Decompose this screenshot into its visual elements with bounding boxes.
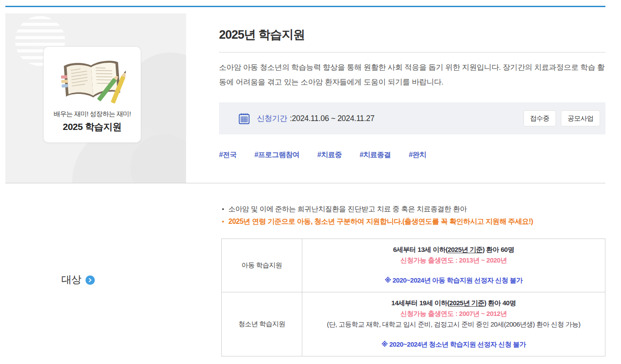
exception-line: (단, 고등학교 재학, 대학교 입시 준비, 검정고시 준비 중인 20세(2… [306,319,601,330]
open-book-with-pencils-illustration [56,58,129,105]
badge-group: 접수중 공모사업 [524,110,601,126]
application-period-label: 신청기간 [257,113,287,124]
hero-section: 배우는 재미! 성장하는 재미! 2025 학습지원 2025년 학습지원 소아… [5,13,605,183]
birth-year-line: 신청가능 출생연도 : 2013년 ~ 2020년 [306,255,601,266]
restriction-note: ※ 2020~2024년 청소년 학습지원 선정자 신청 불가 [306,339,601,350]
bullet-text: 소아암 및 이에 준하는 희귀난치질환을 진단받고 치료 중 혹은 치료종결한 … [228,203,467,215]
tag-link-in-treatment[interactable]: #치료중 [317,150,342,160]
target-content: 소아암 및 이에 준하는 희귀난치질환을 진단받고 치료 중 혹은 치료종결한 … [221,203,605,356]
tag-link-treatment-ended[interactable]: #치료종결 [360,150,391,160]
bullet-text: 2025년 연령 기준으로 아동, 청소년 구분하여 지원합니다.(출생연도를 … [228,215,533,228]
hero-image-panel: 배우는 재미! 성장하는 재미! 2025 학습지원 [5,13,186,183]
category-badge: 공모사업 [561,110,600,126]
table-row-teen-support: 청소년 학습지원 14세부터 19세 이하(2025년 기준) 환아 40명 신… [222,292,605,356]
category-cell: 청소년 학습지원 [222,292,302,356]
tag-link-program-participation[interactable]: #프로그램참여 [254,150,299,160]
bullet-item: 소아암 및 이에 준하는 희귀난치질환을 진단받고 치료 중 혹은 치료종결한 … [221,203,605,215]
age-range-line: 14세부터 19세 이하(2025년 기준) 환아 40명 [306,298,601,308]
application-period-value: :2024.11.06 ~ 2024.11.27 [290,114,374,123]
card-program-name: 2025 학습지원 [63,121,122,133]
section-label: 대상 [61,273,81,287]
program-description: 소아암 아동 청소년의 학습능력 향상을 통해 원활한 사회 적응을 돕기 위한… [219,60,605,89]
top-accent-bar [5,6,605,7]
page-title: 2025년 학습지원 [219,27,605,43]
table-row-child-support: 아동 학습지원 6세부터 13세 이하(2025년 기준) 환아 60명 신청가… [222,239,605,292]
bullet-dot [222,221,224,222]
calendar-icon [238,113,250,125]
title-divider [219,52,605,53]
detail-cell: 6세부터 13세 이하(2025년 기준) 환아 60명 신청가능 출생연도 :… [302,239,605,292]
hero-info: 2025년 학습지원 소아암 아동 청소년의 학습능력 향상을 통해 원활한 사… [219,13,605,183]
detail-cell: 14세부터 19세 이하(2025년 기준) 환아 40명 신청가능 출생연도 … [302,292,605,356]
eligibility-table: 아동 학습지원 6세부터 13세 이하(2025년 기준) 환아 60명 신청가… [221,239,605,356]
tag-link-nationwide[interactable]: #전국 [219,150,236,160]
status-badge: 접수중 [524,110,556,126]
card-slogan: 배우는 재미! 성장하는 재미! [53,110,130,118]
application-period-box: 신청기간 :2024.11.06 ~ 2024.11.27 접수중 공모사업 [219,102,605,134]
restriction-note: ※ 2020~2024년 아동 학습지원 선정자 신청 불가 [306,275,601,286]
birth-year-line: 신청가능 출생연도 : 2007년 ~ 2012년 [306,308,601,319]
tag-list: #전국 #프로그램참여 #치료중 #치료종결 #완치 [219,150,605,160]
tag-link-cured[interactable]: #완치 [409,150,426,160]
section-heading: 대상 [5,273,221,287]
age-range-line: 6세부터 13세 이하(2025년 기준) 환아 60명 [306,244,601,255]
target-section: 대상 소아암 및 이에 준하는 희귀난치질환을 진단받고 치료 중 혹은 치료종… [5,183,605,356]
program-detail-page: 배우는 재미! 성장하는 재미! 2025 학습지원 2025년 학습지원 소아… [5,6,605,364]
bullet-dot [222,208,224,210]
category-cell: 아동 학습지원 [222,239,302,292]
chevron-right-icon [85,275,95,285]
bullet-item: 2025년 연령 기준으로 아동, 청소년 구분하여 지원합니다.(출생연도를 … [221,215,605,228]
program-thumbnail-card: 배우는 재미! 성장하는 재미! 2025 학습지원 [43,46,141,143]
